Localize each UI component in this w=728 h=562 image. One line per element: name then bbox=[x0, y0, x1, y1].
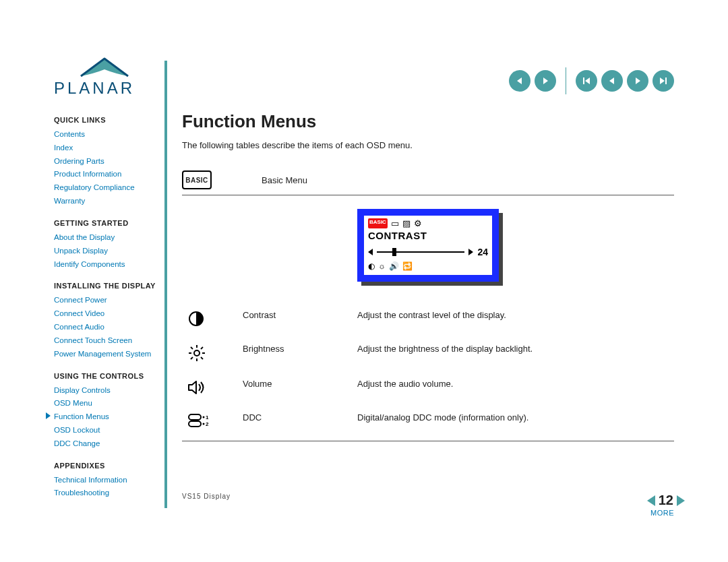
sidebar-nav: QUICK LINKSContentsIndexOrdering PartsPr… bbox=[54, 115, 162, 500]
more-link[interactable]: MORE bbox=[650, 509, 674, 517]
menu-header-row: BASIC Basic Menu bbox=[182, 170, 674, 195]
sidebar-link[interactable]: Power Management System bbox=[54, 348, 162, 361]
svg-line-15 bbox=[201, 357, 203, 359]
sidebar-link[interactable]: Display Controls bbox=[54, 384, 162, 398]
sidebar-link[interactable]: Ordering Parts bbox=[54, 155, 162, 168]
item-name: DDC bbox=[243, 412, 337, 423]
sidebar-link[interactable]: OSD Lockout bbox=[54, 424, 162, 437]
svg-point-23 bbox=[203, 423, 205, 425]
sidebar-link[interactable]: OSD Menu bbox=[54, 397, 162, 410]
sidebar-heading: QUICK LINKS bbox=[54, 115, 162, 126]
table-row: BrightnessAdjust the brightness of the d… bbox=[182, 336, 674, 371]
sidebar-link[interactable]: Unpack Display bbox=[54, 245, 162, 258]
osd-slider-row: 24 bbox=[368, 247, 488, 257]
svg-marker-0 bbox=[517, 77, 522, 84]
sidebar-link[interactable]: Connect Touch Screen bbox=[54, 334, 162, 348]
svg-text:2: 2 bbox=[206, 421, 209, 427]
sidebar-heading: GETTING STARTED bbox=[54, 218, 162, 229]
brand-logo: PLANAR bbox=[54, 57, 155, 98]
nav-divider bbox=[566, 67, 566, 94]
main-content: Function Menus The following tables desc… bbox=[182, 111, 674, 498]
table-bottom-rule bbox=[182, 441, 674, 441]
sidebar-link[interactable]: Regulatory Compliance bbox=[54, 181, 162, 195]
menu-items-table: ContrastAdjust the contrast level of the… bbox=[182, 302, 674, 437]
item-name: Brightness bbox=[243, 344, 337, 354]
next-page-arrow-icon[interactable] bbox=[675, 494, 686, 507]
item-description: Digital/analog DDC mode (information onl… bbox=[357, 412, 674, 423]
osd-bottom-icons: ◐☼🔊🔁 bbox=[368, 261, 488, 271]
osd-value: 24 bbox=[477, 247, 488, 257]
next-topic-button[interactable] bbox=[535, 70, 556, 92]
svg-marker-6 bbox=[660, 77, 665, 84]
svg-point-9 bbox=[194, 350, 200, 356]
sidebar-link[interactable]: About the Display bbox=[54, 231, 162, 245]
basic-badge-icon: BASIC bbox=[182, 170, 212, 189]
planar-swoosh-icon bbox=[54, 57, 155, 80]
sidebar-link[interactable]: Index bbox=[54, 142, 162, 155]
ddc-icon: 12 bbox=[182, 412, 222, 429]
item-name: Volume bbox=[243, 379, 337, 389]
brand-name: PLANAR bbox=[54, 79, 155, 98]
prev-page-button[interactable] bbox=[601, 70, 623, 92]
sidebar-link[interactable]: DDC Change bbox=[54, 437, 162, 451]
svg-rect-19 bbox=[189, 414, 201, 420]
prev-page-arrow-icon[interactable] bbox=[646, 494, 657, 507]
footer-product-label: VS15 Display bbox=[182, 493, 674, 500]
sidebar-link[interactable]: Identify Components bbox=[54, 258, 162, 272]
sidebar-link[interactable]: Warranty bbox=[54, 195, 162, 208]
svg-marker-18 bbox=[189, 381, 196, 394]
table-row: VolumeAdjust the audio volume. bbox=[182, 371, 674, 404]
svg-line-17 bbox=[201, 347, 203, 349]
page-number: 12 bbox=[659, 493, 673, 508]
sidebar-heading: USING THE CONTROLS bbox=[54, 371, 162, 382]
first-page-button[interactable] bbox=[576, 70, 597, 92]
sidebar-link[interactable]: Product Information bbox=[54, 168, 162, 181]
page-number-control: 12 bbox=[646, 493, 686, 508]
document-page: PLANAR QUICK LINKSContentsIndexOrdering … bbox=[0, 0, 728, 562]
svg-rect-2 bbox=[583, 77, 584, 84]
top-nav-controls bbox=[509, 67, 674, 94]
menu-name-label: Basic Menu bbox=[262, 175, 307, 185]
sidebar-link[interactable]: Troubleshooting bbox=[54, 487, 162, 500]
sidebar-link[interactable]: Function Menus bbox=[54, 410, 162, 424]
table-row: 12DDCDigital/analog DDC mode (informatio… bbox=[182, 404, 674, 437]
svg-text:1: 1 bbox=[206, 414, 209, 420]
item-description: Adjust the audio volume. bbox=[357, 379, 674, 389]
svg-marker-3 bbox=[585, 77, 590, 84]
volume-icon bbox=[182, 379, 222, 396]
next-page-button[interactable] bbox=[627, 70, 648, 92]
svg-rect-7 bbox=[665, 77, 667, 84]
contrast-icon bbox=[182, 310, 222, 327]
sidebar-heading: INSTALLING THE DISPLAY bbox=[54, 280, 162, 292]
svg-marker-26 bbox=[677, 495, 685, 506]
vertical-separator bbox=[164, 61, 167, 508]
sidebar-link[interactable]: Contents bbox=[54, 128, 162, 142]
svg-marker-1 bbox=[543, 77, 548, 84]
item-name: Contrast bbox=[243, 310, 337, 320]
item-description: Adjust the brightness of the display bac… bbox=[357, 344, 674, 354]
sidebar-link[interactable]: Connect Video bbox=[54, 307, 162, 321]
page-title: Function Menus bbox=[182, 111, 674, 132]
svg-point-21 bbox=[203, 416, 205, 418]
sidebar-link[interactable]: Technical Information bbox=[54, 474, 162, 487]
osd-label: CONTRAST bbox=[368, 230, 488, 241]
brightness-icon bbox=[182, 344, 222, 363]
svg-marker-25 bbox=[647, 495, 655, 506]
osd-top-icons: BASIC ▭▨⚙ bbox=[368, 218, 488, 228]
svg-line-16 bbox=[191, 357, 193, 359]
intro-text: The following tables describe the items … bbox=[182, 140, 674, 150]
item-description: Adjust the contrast level of the display… bbox=[357, 310, 674, 320]
prev-topic-button[interactable] bbox=[509, 70, 530, 92]
sidebar-heading: APPENDIXES bbox=[54, 460, 162, 472]
svg-marker-5 bbox=[636, 77, 640, 84]
sidebar-link[interactable]: Connect Power bbox=[54, 294, 162, 307]
svg-line-14 bbox=[191, 347, 193, 349]
last-page-button[interactable] bbox=[653, 70, 674, 92]
svg-marker-4 bbox=[609, 77, 614, 84]
svg-rect-20 bbox=[189, 421, 201, 427]
sidebar-link[interactable]: Connect Audio bbox=[54, 321, 162, 334]
table-row: ContrastAdjust the contrast level of the… bbox=[182, 302, 674, 336]
osd-screenshot: BASIC ▭▨⚙ CONTRAST 24 ◐☼🔊🔁 bbox=[357, 209, 499, 282]
